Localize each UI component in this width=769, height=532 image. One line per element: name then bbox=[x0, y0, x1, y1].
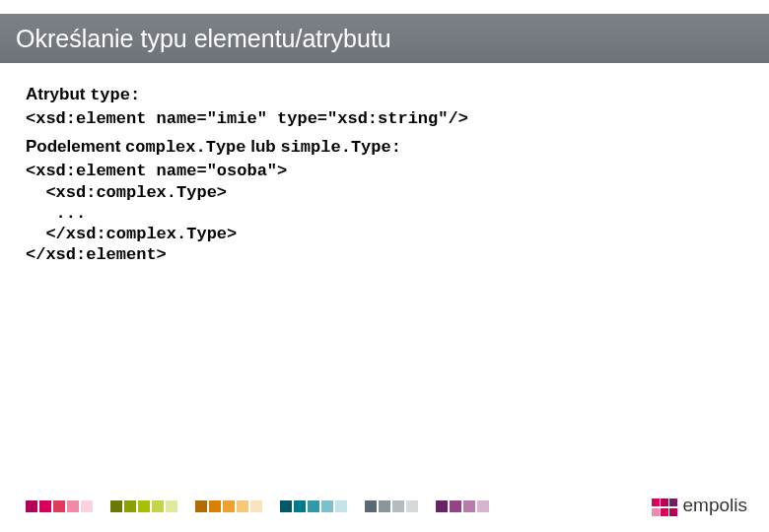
footer-square bbox=[67, 500, 79, 512]
footer-square bbox=[379, 500, 390, 512]
footer-square bbox=[39, 500, 51, 512]
logo-square-icon bbox=[652, 499, 660, 506]
line1-prefix: Atrybut bbox=[26, 85, 90, 103]
footer-square bbox=[152, 500, 164, 512]
footer-square bbox=[110, 500, 122, 512]
footer-square bbox=[294, 500, 306, 512]
footer-square bbox=[463, 500, 475, 512]
footer-square bbox=[308, 500, 319, 512]
footer-square bbox=[195, 500, 207, 512]
line2-mono2: simple.Type: bbox=[280, 138, 400, 157]
line-attribute-type: Atrybut type: bbox=[26, 85, 743, 104]
slide-title: Określanie typu elementu/atrybutu bbox=[16, 25, 391, 53]
line2-mid: lub bbox=[246, 137, 281, 156]
logo-mark-icon bbox=[652, 499, 677, 516]
title-bar: Określanie typu elementu/atrybutu bbox=[0, 14, 769, 63]
footer-square bbox=[223, 500, 235, 512]
footer-square bbox=[81, 500, 93, 512]
footer-square bbox=[335, 500, 347, 512]
footer-square bbox=[280, 500, 292, 512]
footer-square bbox=[138, 500, 150, 512]
footer-square bbox=[436, 500, 448, 512]
line-subelement: Podelement complex.Type lub simple.Type: bbox=[26, 137, 743, 157]
code-block-2: <xsd:element name="osoba"> <xsd:complex.… bbox=[26, 161, 743, 265]
logo-square-icon bbox=[669, 499, 677, 506]
slide-content: Atrybut type: <xsd:element name="imie" t… bbox=[0, 63, 769, 266]
logo-square-icon bbox=[652, 508, 660, 516]
footer-square bbox=[26, 500, 37, 512]
footer-square bbox=[237, 500, 248, 512]
line1-mono: type: bbox=[90, 86, 140, 104]
footer-square bbox=[250, 500, 262, 512]
footer-squares bbox=[26, 500, 489, 512]
logo-square-icon bbox=[669, 508, 677, 516]
logo-square-icon bbox=[661, 508, 668, 516]
footer-square bbox=[124, 500, 136, 512]
footer-square bbox=[477, 500, 489, 512]
line2-mono1: complex.Type bbox=[125, 138, 245, 157]
footer-square bbox=[406, 500, 418, 512]
logo-square-icon bbox=[661, 499, 668, 506]
logo-text: empolis bbox=[683, 495, 747, 516]
footer-square bbox=[53, 500, 65, 512]
footer-square bbox=[365, 500, 377, 512]
footer-square bbox=[450, 500, 461, 512]
line2-prefix: Podelement bbox=[26, 137, 125, 156]
footer-square bbox=[166, 500, 177, 512]
footer-square bbox=[392, 500, 404, 512]
footer-square bbox=[321, 500, 333, 512]
footer-square bbox=[209, 500, 221, 512]
code-block-1: <xsd:element name="imie" type="xsd:strin… bbox=[26, 108, 743, 129]
empolis-logo: empolis bbox=[652, 495, 747, 516]
